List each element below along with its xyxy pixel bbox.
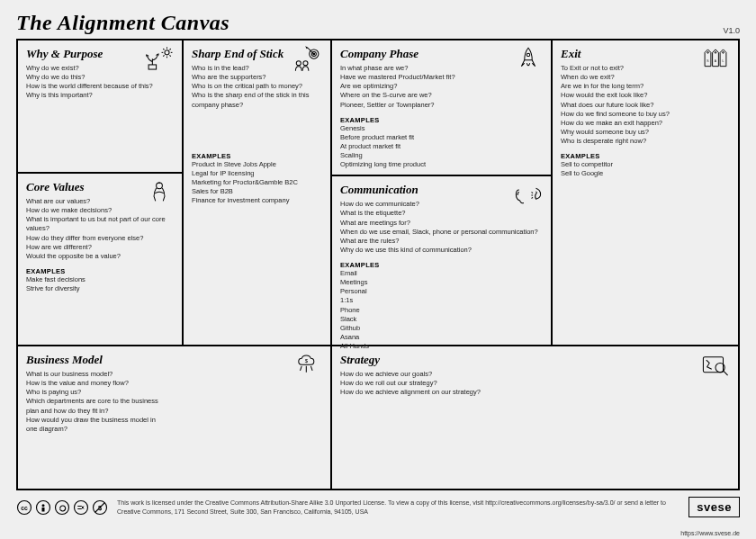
question-list: What are our values?How do we make decis… (26, 197, 174, 261)
cc-icon: cc (16, 499, 32, 516)
svg-rect-36 (42, 508, 45, 512)
svg-text:S: S (706, 59, 709, 63)
svg-line-31 (724, 371, 728, 375)
examples-heading: EXAMPLES (192, 152, 322, 160)
svg-point-11 (157, 183, 163, 189)
svg-line-15 (308, 48, 314, 54)
footer-url: https://www.svese.de (680, 530, 740, 536)
section-strategy: Strategy How do we achieve our goals?How… (332, 346, 738, 402)
examples-list: Make fast decisionsStrive for diversity (26, 275, 174, 293)
svg-point-37 (56, 500, 69, 514)
section-title: Strategy (340, 353, 730, 367)
svg-text:cc: cc (21, 505, 28, 511)
svg-point-16 (296, 61, 301, 66)
section-title: Business Model (26, 353, 322, 367)
cc-nc-icon: $ (92, 499, 108, 516)
version-label: V1.0 (723, 26, 740, 35)
cloud-money-icon: $ (292, 352, 323, 379)
question-list: To Exit or not to exit?When do we exit?A… (561, 64, 730, 146)
section-why: Why & Purpose Why do we exist?Why do we … (18, 40, 182, 174)
plant-sun-icon (144, 46, 175, 73)
section-business-model: $ Business Model What is our business mo… (18, 346, 330, 439)
license-text: This work is licensed under the Creative… (117, 499, 680, 515)
section-values: Core Values What are our values?How do w… (18, 174, 182, 345)
section-exit: S A L Exit To Exit or not to exit?When d… (553, 40, 738, 345)
svese-logo: svese (688, 497, 740, 517)
svg-point-21 (715, 52, 716, 54)
examples-heading: EXAMPLES (26, 267, 174, 275)
svg-line-5 (163, 49, 164, 49)
svg-point-0 (165, 50, 169, 55)
svg-point-35 (42, 504, 45, 507)
svg-rect-29 (703, 357, 723, 373)
svg-line-26 (301, 366, 302, 371)
svg-line-8 (163, 55, 164, 56)
cc-sa-icon (54, 499, 70, 516)
svg-line-6 (169, 55, 170, 56)
section-comm: Communication How do we communicate?What… (332, 176, 551, 356)
rocket-icon (513, 46, 544, 73)
footer: cc $ This work is licensed under the Cre… (0, 490, 756, 517)
alignment-canvas: Why & Purpose Why do we exist?Why do we … (16, 39, 740, 490)
svg-point-19 (707, 52, 709, 54)
svg-point-17 (303, 61, 308, 66)
svg-point-38 (75, 500, 88, 514)
cc-icons: cc $ (16, 499, 108, 516)
svg-text:L: L (723, 59, 724, 63)
svg-text:A: A (715, 59, 717, 63)
svg-point-23 (723, 52, 724, 54)
section-phase: Company Phase In what phase are we?Have … (332, 40, 551, 176)
question-list: How do we achieve our goals?How do we ro… (340, 370, 730, 397)
svg-point-18 (526, 53, 529, 56)
examples-heading: EXAMPLES (340, 116, 543, 124)
svg-line-28 (310, 366, 312, 371)
target-people-icon (292, 46, 323, 73)
magnifier-map-icon (700, 352, 731, 379)
section-sharp: Sharp End of Stick Who is in the lead?Wh… (184, 40, 330, 345)
examples-list: GenesisBefore product market fitAt produ… (340, 124, 543, 170)
sale-tags-icon: S A L (700, 46, 731, 73)
svg-text:$: $ (305, 358, 309, 364)
examples-heading: EXAMPLES (561, 152, 730, 160)
cc-remix-icon (73, 499, 89, 516)
page-title: The Alignment Canvas (16, 11, 230, 35)
ear-mouth-icon (513, 182, 544, 209)
examples-list: Sell to competitorSell to Google (561, 160, 730, 178)
examples-heading: EXAMPLES (340, 261, 543, 269)
thinker-icon (144, 179, 175, 206)
cc-by-icon (35, 499, 51, 516)
question-list: What is our business model?How is the va… (26, 370, 161, 434)
examples-list: Product in Steve Jobs AppleLegal for IP … (192, 160, 322, 206)
svg-line-7 (169, 49, 170, 49)
svg-rect-9 (148, 65, 157, 69)
examples-list: EmailMeetingsPersonal1:1sPhoneSlackGithu… (340, 269, 543, 351)
